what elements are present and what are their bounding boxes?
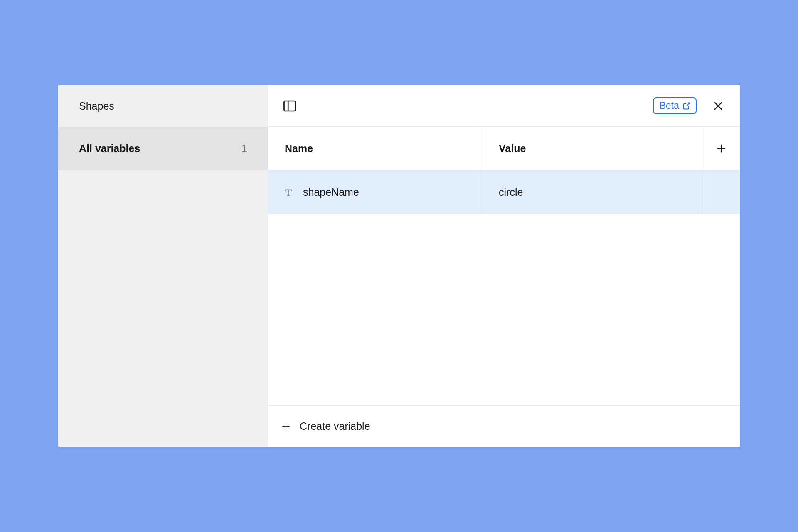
main-content: Beta Nam <box>268 85 740 447</box>
collection-title[interactable]: Shapes <box>58 85 268 127</box>
table-empty-area <box>268 214 740 405</box>
toggle-sidebar-button[interactable] <box>281 97 299 115</box>
sidebar-item-all-variables[interactable]: All variables 1 <box>58 127 268 170</box>
column-header-value-text: Value <box>499 143 526 155</box>
beta-badge-label: Beta <box>660 100 679 111</box>
sidebar-item-label: All variables <box>79 143 140 155</box>
external-link-icon <box>682 102 691 110</box>
topbar: Beta <box>268 85 740 127</box>
plus-icon <box>715 143 727 154</box>
close-icon <box>712 100 724 112</box>
svg-rect-0 <box>284 101 296 111</box>
text-type-icon <box>283 187 294 198</box>
table-header: Name Value <box>268 127 740 170</box>
row-trailing-cell <box>702 170 740 214</box>
plus-icon <box>281 421 291 432</box>
beta-badge[interactable]: Beta <box>653 97 697 114</box>
variable-value-cell[interactable]: circle <box>482 170 702 214</box>
variables-panel: Shapes All variables 1 Beta <box>58 85 740 447</box>
collection-title-text: Shapes <box>79 100 114 112</box>
create-variable-label: Create variable <box>300 420 370 432</box>
table-row[interactable]: shapeName circle <box>268 170 740 214</box>
variable-value-text: circle <box>499 186 523 198</box>
column-header-value[interactable]: Value <box>482 127 702 170</box>
close-button[interactable] <box>709 97 727 115</box>
create-variable-button[interactable]: Create variable <box>268 405 740 447</box>
sidebar: Shapes All variables 1 <box>58 85 268 447</box>
column-header-name[interactable]: Name <box>268 127 482 170</box>
sidebar-item-count: 1 <box>241 143 247 155</box>
sidebar-panel-icon <box>282 99 297 113</box>
add-mode-button[interactable] <box>702 127 740 170</box>
column-header-name-text: Name <box>285 143 313 155</box>
variable-name-cell[interactable]: shapeName <box>268 170 482 214</box>
variable-name-text: shapeName <box>303 186 359 198</box>
